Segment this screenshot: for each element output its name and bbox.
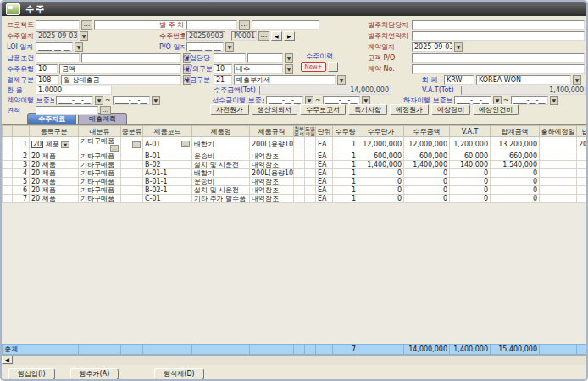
cell-item-type[interactable]: 20 제품 bbox=[30, 178, 79, 186]
customer-po-input[interactable] bbox=[412, 53, 585, 63]
cell-major-category[interactable]: 기타구매품 bbox=[79, 161, 121, 169]
cell-item-type[interactable]: 20 제품 bbox=[30, 195, 79, 203]
delivery-terms-code-input[interactable] bbox=[36, 53, 80, 63]
cell-product-code[interactable]: A-01… bbox=[143, 137, 192, 152]
cell-mid-category[interactable] bbox=[121, 178, 143, 186]
cell-item-type[interactable]: 20 제품 bbox=[30, 186, 79, 195]
cell-major-category[interactable]: 기타구매품 bbox=[79, 169, 121, 178]
cell-order-amount[interactable]: 12,000,000 bbox=[404, 137, 450, 152]
cell-ship-date[interactable] bbox=[540, 186, 577, 195]
cell-attached-doc[interactable] bbox=[294, 186, 305, 195]
cell-total-amount[interactable]: 0 bbox=[491, 195, 540, 203]
advance-bond-to-dropdown-icon[interactable]: ▼ bbox=[362, 96, 370, 105]
cell-unit-price[interactable]: 0 bbox=[358, 195, 404, 203]
cell-item-type[interactable]: 20 제품 bbox=[30, 161, 79, 169]
cell-vat[interactable]: 1,200,000 bbox=[450, 137, 491, 152]
horizontal-scrollbar[interactable]: ◀ bbox=[2, 355, 586, 365]
loi-date-input[interactable]: ____-__-__ bbox=[36, 42, 73, 52]
cell-mid-category[interactable] bbox=[121, 186, 143, 195]
cell-ship-date[interactable] bbox=[540, 152, 577, 161]
order-no-seq-input[interactable]: P0001 bbox=[231, 31, 257, 41]
next-order-button[interactable]: ▶ bbox=[284, 31, 295, 41]
cell-mid-category[interactable] bbox=[121, 195, 143, 203]
scrollbar-track[interactable] bbox=[13, 356, 586, 365]
cell-ship-date[interactable] bbox=[540, 178, 577, 186]
cell-unit-price[interactable]: 0 bbox=[358, 178, 404, 186]
delete-row-button[interactable]: 행삭제(D) bbox=[154, 368, 203, 380]
contract-date-input[interactable]: 2025-09-03 bbox=[412, 42, 452, 52]
cell-product-spec[interactable]: 내역참조 bbox=[250, 178, 294, 186]
cell-product-spec[interactable]: 내역참조 bbox=[250, 195, 294, 203]
scroll-left-icon[interactable]: ◀ bbox=[2, 356, 13, 364]
defect-bond-to-input[interactable]: ____-__-__ bbox=[511, 96, 548, 105]
cell-mid-category[interactable]: … bbox=[121, 137, 143, 152]
cell-total-amount[interactable]: 0 bbox=[491, 169, 540, 178]
tax-type-code-input[interactable]: 21 bbox=[214, 75, 232, 85]
cell-drawing-file[interactable] bbox=[305, 186, 316, 195]
cell-product-code[interactable]: B-01-1 bbox=[143, 178, 192, 186]
advance-bond-to-input[interactable]: ____-__-__ bbox=[323, 96, 360, 105]
cell-order-qty[interactable]: 1 bbox=[333, 195, 358, 203]
tax-type-dropdown-icon[interactable]: ▼ bbox=[337, 75, 346, 85]
contract-bond-from-dropdown-icon[interactable]: ▼ bbox=[95, 96, 103, 105]
contract-no-input[interactable] bbox=[412, 64, 585, 74]
cell-attached-doc[interactable] bbox=[294, 152, 305, 161]
cell-drawing-file[interactable] bbox=[305, 195, 316, 203]
po-date-dropdown-icon[interactable]: ▼ bbox=[225, 42, 234, 52]
delivery-terms-select[interactable] bbox=[81, 53, 181, 63]
cell-total-amount[interactable]: 0 bbox=[491, 178, 540, 186]
cell-product-name[interactable]: 배합기 bbox=[192, 169, 250, 178]
cell-attached-doc[interactable] bbox=[294, 178, 305, 186]
order-no-lookup-button[interactable]: … bbox=[258, 31, 269, 41]
defect-bond-from-input[interactable]: ____-__-__ bbox=[454, 96, 491, 105]
order-date-dropdown-icon[interactable]: ▼ bbox=[80, 31, 88, 41]
cell-product-code[interactable]: B-02 bbox=[143, 161, 192, 169]
cell-ship-date[interactable] bbox=[540, 195, 577, 203]
item-type-dropdown-icon[interactable]: ▼ bbox=[61, 141, 69, 148]
cell-product-spec[interactable]: 내역참조 bbox=[250, 161, 294, 169]
order-amount-total[interactable]: 14,000,000 bbox=[259, 86, 391, 95]
cell-total-amount[interactable]: 1,540,000 bbox=[491, 161, 540, 169]
cell-delivery[interactable] bbox=[577, 152, 588, 161]
cell-order-qty[interactable]: 1 bbox=[333, 186, 358, 195]
contract-bond-to-input[interactable]: ____-__-__ bbox=[113, 96, 150, 105]
planned-cost-button[interactable]: 예정원가 bbox=[390, 104, 429, 115]
expected-labor-cost-button[interactable]: 예상인건비 bbox=[473, 104, 519, 115]
cell-product-spec[interactable]: 200L(용량100L) bbox=[250, 169, 294, 178]
cell-unit[interactable]: EA bbox=[316, 152, 333, 161]
cell-major-category[interactable]: 기타구매품… bbox=[79, 137, 121, 152]
cell-drawing-file[interactable] bbox=[305, 178, 316, 186]
cell-order-amount[interactable]: 600,000 bbox=[404, 152, 450, 161]
table-row[interactable]: 420 제품기타구매품A-01-1배합기200L(용량100L)EA10000 bbox=[3, 169, 588, 178]
inout-type-select[interactable]: 내수 bbox=[234, 64, 283, 74]
cell-drawing-file[interactable]: … bbox=[305, 137, 316, 152]
cell-item-type[interactable]: 20 제품 bbox=[30, 169, 79, 178]
cell-product-spec[interactable]: 200L(용량100L) bbox=[250, 137, 294, 152]
cell-total-amount[interactable]: 660,000 bbox=[491, 152, 540, 161]
cell-unit[interactable]: EA bbox=[316, 178, 333, 186]
sales-rep-dropdown-icon[interactable]: ▼ bbox=[285, 53, 293, 63]
order-type-select[interactable]: 금액 bbox=[59, 64, 181, 74]
orderer-lookup-button[interactable]: … bbox=[239, 20, 250, 30]
cell-unit[interactable]: EA bbox=[316, 161, 333, 169]
order-date-input[interactable]: 2025-09-03 bbox=[36, 31, 78, 41]
currency-select[interactable]: KOREA WON bbox=[476, 75, 571, 85]
cell-product-code[interactable]: A-01-1 bbox=[143, 169, 192, 178]
insert-row-button[interactable]: 행삽입(I) bbox=[8, 368, 55, 380]
advance-bond-from-input[interactable]: ____-__-__ bbox=[266, 96, 303, 105]
table-row[interactable]: 620 제품기타구매품B-02-1설치 및 시운전내역참조EA10000 bbox=[3, 186, 588, 195]
cell-product-name[interactable]: 운송비 bbox=[192, 152, 250, 161]
cell-item-type[interactable]: 20 제품 bbox=[30, 152, 79, 161]
cell-order-qty[interactable]: 1 bbox=[333, 178, 358, 186]
cell-vat[interactable]: 0 bbox=[450, 169, 491, 178]
sales-rep-select[interactable] bbox=[247, 53, 283, 63]
table-row[interactable]: 220 제품기타구매품B-01운송비내역참조EA1600,000600,0006… bbox=[3, 152, 588, 161]
sales-rep-code-input[interactable] bbox=[214, 53, 246, 63]
currency-code-input[interactable]: KRW bbox=[444, 75, 474, 85]
contract-bond-to-dropdown-icon[interactable]: ▼ bbox=[152, 96, 160, 105]
cell-product-name[interactable]: 설치 및 시운전 bbox=[192, 161, 250, 169]
cell-unit-price[interactable]: 0 bbox=[358, 169, 404, 178]
defect-bond-from-dropdown-icon[interactable]: ▼ bbox=[493, 96, 502, 105]
cell-delivery[interactable] bbox=[577, 169, 588, 178]
cell-drawing-file[interactable] bbox=[305, 169, 316, 178]
